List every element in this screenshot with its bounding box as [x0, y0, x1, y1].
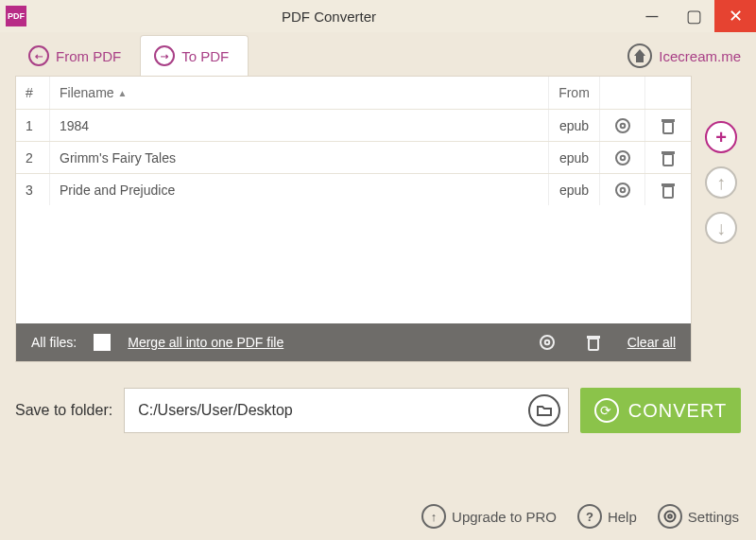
upgrade-button[interactable]: ↑ Upgrade to PRO [421, 504, 557, 529]
gear-icon [614, 182, 631, 199]
brand-link[interactable]: Icecream.me [627, 44, 741, 76]
gear-icon [614, 117, 631, 134]
convert-icon: ⟳ [594, 398, 619, 423]
settings-label: Settings [688, 509, 739, 525]
from-pdf-icon: ⇠ [28, 45, 49, 66]
tab-row: ⇠ From PDF ⇢ To PDF Icecream.me [0, 32, 756, 76]
save-path-box: C:/Users/User/Desktop [124, 388, 569, 433]
trash-icon [661, 149, 676, 166]
help-icon: ? [577, 504, 602, 529]
row-filename: Pride and Prejudice [50, 174, 549, 205]
header-from[interactable]: From [549, 77, 600, 109]
header-filename-label: Filename [60, 85, 114, 100]
svg-point-10 [616, 183, 629, 197]
svg-point-14 [541, 336, 554, 349]
app-icon: PDF [6, 6, 26, 26]
side-buttons: + ↑ ↓ [705, 121, 737, 244]
svg-rect-5 [662, 119, 675, 122]
clear-all-button[interactable]: Clear all [627, 335, 676, 350]
row-settings-button[interactable] [600, 174, 645, 205]
move-down-button[interactable]: ↓ [705, 212, 737, 244]
svg-marker-0 [634, 49, 645, 56]
merge-label[interactable]: Merge all into one PDF file [128, 335, 284, 350]
batch-delete-button[interactable] [586, 334, 601, 351]
row-from: epub [549, 110, 600, 141]
convert-label: CONVERT [628, 400, 727, 422]
row-from: epub [549, 142, 600, 173]
table-body: 11984epub2Grimm's Fairy Talesepub3Pride … [16, 109, 691, 323]
row-from: epub [549, 174, 600, 205]
row-delete-button[interactable] [645, 110, 691, 141]
gear-icon [658, 504, 682, 529]
tab-from-pdf[interactable]: ⇠ From PDF [15, 36, 140, 76]
row-num: 3 [16, 174, 50, 205]
row-settings-button[interactable] [600, 110, 645, 141]
convert-button[interactable]: ⟳ CONVERT [580, 388, 741, 433]
trash-icon [661, 117, 676, 134]
gear-icon [539, 334, 556, 351]
arrow-down-icon: ↓ [716, 218, 726, 239]
svg-rect-8 [663, 154, 673, 165]
header-delete [645, 77, 691, 109]
table-row[interactable]: 11984epub [16, 109, 691, 141]
cone-icon [634, 49, 645, 62]
svg-rect-4 [663, 122, 673, 133]
maximize-button[interactable]: ▢ [673, 0, 714, 32]
tab-to-pdf[interactable]: ⇢ To PDF [140, 35, 249, 76]
window-controls: ─ ▢ ✕ [631, 0, 756, 32]
move-up-button[interactable]: ↑ [705, 166, 737, 199]
window-title: PDF Converter [26, 9, 631, 25]
gear-icon [614, 149, 631, 166]
upgrade-label: Upgrade to PRO [452, 509, 557, 525]
table-row[interactable]: 3Pride and Prejudiceepub [16, 173, 691, 205]
row-num: 2 [16, 142, 50, 173]
close-icon: ✕ [729, 6, 743, 26]
svg-rect-9 [662, 151, 675, 154]
tab-from-pdf-label: From PDF [56, 48, 121, 64]
save-label: Save to folder: [15, 402, 112, 419]
trash-icon [661, 182, 676, 199]
maximize-icon: ▢ [686, 6, 702, 26]
svg-rect-17 [587, 336, 600, 339]
footer: ↑ Upgrade to PRO ? Help Settings [421, 504, 739, 529]
save-row: Save to folder: C:/Users/User/Desktop ⟳ … [15, 387, 741, 434]
svg-point-15 [544, 340, 549, 345]
gear-icon [663, 510, 677, 523]
settings-button[interactable]: Settings [658, 504, 739, 529]
browse-folder-button[interactable] [528, 394, 560, 427]
row-num: 1 [16, 110, 50, 141]
svg-point-7 [620, 155, 625, 160]
svg-point-11 [620, 187, 625, 192]
header-num[interactable]: # [16, 77, 50, 109]
file-table: # Filename ▲ From 11984epub2Grimm's Fair… [15, 76, 692, 362]
close-button[interactable]: ✕ [714, 0, 756, 32]
table-header: # Filename ▲ From [16, 77, 691, 109]
svg-point-19 [668, 514, 672, 518]
svg-point-6 [616, 151, 629, 165]
brand-icon [627, 44, 652, 68]
folder-icon [537, 405, 552, 416]
batch-settings-button[interactable] [539, 334, 556, 351]
help-label: Help [608, 509, 637, 525]
table-row[interactable]: 2Grimm's Fairy Talesepub [16, 141, 691, 173]
save-path-input[interactable]: C:/Users/User/Desktop [138, 402, 528, 419]
brand-label: Icecream.me [659, 48, 741, 64]
merge-checkbox[interactable] [94, 334, 111, 351]
add-file-button[interactable]: + [705, 121, 737, 153]
svg-point-2 [616, 119, 629, 132]
svg-rect-1 [636, 56, 644, 62]
tab-to-pdf-label: To PDF [181, 48, 229, 64]
header-settings [600, 77, 645, 109]
row-delete-button[interactable] [645, 174, 691, 205]
help-button[interactable]: ? Help [577, 504, 637, 529]
row-filename: 1984 [50, 110, 549, 141]
minimize-button[interactable]: ─ [631, 0, 673, 32]
row-settings-button[interactable] [600, 142, 645, 173]
title-bar: PDF PDF Converter ─ ▢ ✕ [0, 0, 756, 32]
row-delete-button[interactable] [645, 142, 691, 173]
minimize-icon: ─ [646, 7, 659, 26]
svg-rect-16 [589, 339, 598, 350]
svg-rect-13 [662, 183, 675, 186]
svg-rect-12 [663, 186, 673, 198]
header-filename[interactable]: Filename ▲ [50, 77, 549, 109]
